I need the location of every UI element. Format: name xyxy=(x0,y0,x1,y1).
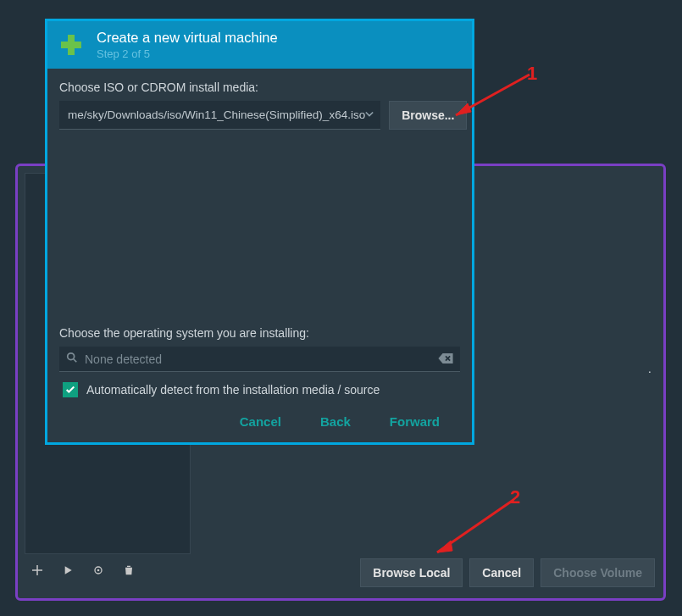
os-field-label: Choose the operating system you are inst… xyxy=(59,326,460,340)
iso-row: me/sky/Downloads/iso/Win11_Chinese(Simpl… xyxy=(59,101,460,130)
dialog-step: Step 2 of 5 xyxy=(97,47,278,60)
callout-number-1: 1 xyxy=(527,63,537,85)
partial-text: . xyxy=(648,361,652,375)
add-pool-button[interactable] xyxy=(25,558,50,583)
browse-local-button[interactable]: Browse Local xyxy=(360,558,463,587)
cancel-volume-button[interactable]: Cancel xyxy=(469,558,534,587)
cancel-button[interactable]: Cancel xyxy=(240,414,281,429)
check-icon xyxy=(65,385,75,395)
create-vm-icon xyxy=(58,31,85,58)
forward-button[interactable]: Forward xyxy=(390,414,440,429)
create-vm-dialog: Create a new virtual machine Step 2 of 5… xyxy=(45,19,474,445)
clear-icon[interactable] xyxy=(438,352,453,366)
dialog-header: Create a new virtual machine Step 2 of 5 xyxy=(47,21,472,69)
search-icon xyxy=(66,352,78,366)
start-pool-button[interactable] xyxy=(55,558,80,583)
storage-pool-toolbar xyxy=(25,558,191,586)
back-button[interactable]: Back xyxy=(320,414,351,429)
auto-detect-row: Automatically detect from the installati… xyxy=(59,372,460,402)
plus-icon xyxy=(30,563,45,578)
os-section: Choose the operating system you are inst… xyxy=(59,326,460,402)
choose-volume-button[interactable]: Choose Volume xyxy=(541,558,655,587)
chevron-down-icon xyxy=(365,108,374,121)
dialog-body: Choose ISO or CDROM install media: me/sk… xyxy=(47,69,472,442)
svg-point-2 xyxy=(68,353,75,360)
iso-field-label: Choose ISO or CDROM install media: xyxy=(59,80,460,94)
dialog-actions: Cancel Back Forward xyxy=(59,402,460,434)
delete-pool-button[interactable] xyxy=(116,558,141,583)
iso-path-value: me/sky/Downloads/iso/Win11_Chinese(Simpl… xyxy=(68,108,365,121)
refresh-pool-button[interactable] xyxy=(86,558,111,583)
refresh-icon xyxy=(91,563,105,577)
auto-detect-checkbox[interactable] xyxy=(63,382,78,397)
svg-line-3 xyxy=(74,359,77,363)
dialog-title: Create a new virtual machine xyxy=(97,30,278,46)
play-icon xyxy=(61,563,75,577)
browse-iso-button[interactable]: Browse... xyxy=(389,101,467,130)
iso-path-combobox[interactable]: me/sky/Downloads/iso/Win11_Chinese(Simpl… xyxy=(59,101,380,130)
os-search-input[interactable]: None detected xyxy=(59,347,460,372)
auto-detect-label: Automatically detect from the installati… xyxy=(86,383,380,397)
svg-point-1 xyxy=(97,569,100,572)
volume-browser-actions: Browse Local Cancel Choose Volume xyxy=(199,556,655,590)
os-search-placeholder: None detected xyxy=(85,352,431,366)
trash-icon xyxy=(122,563,136,577)
